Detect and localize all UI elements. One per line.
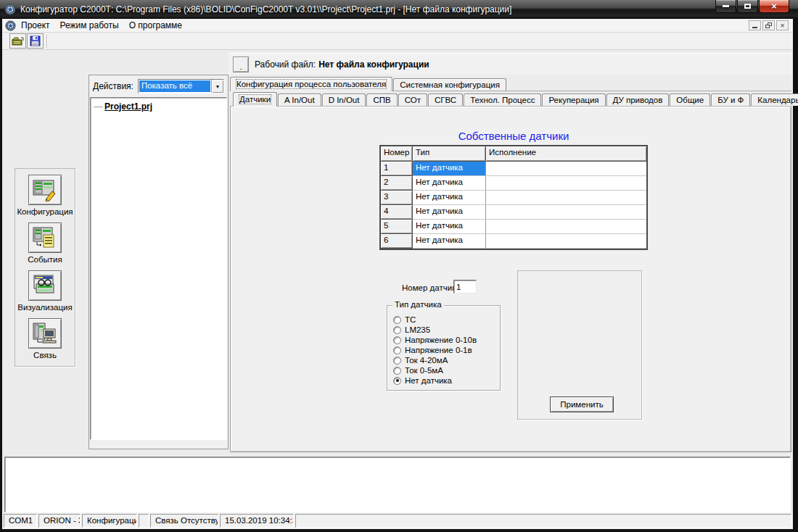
- sub-tab[interactable]: Датчики: [233, 92, 277, 107]
- sensor-type-radio[interactable]: Ток 0-5мА: [393, 365, 494, 375]
- tree-item-project[interactable]: ----Project1.prj: [94, 101, 223, 112]
- tab-area: Конфигурация процесса пользователяСистем…: [230, 77, 791, 453]
- table-row[interactable]: 4 Нет датчика: [381, 205, 646, 220]
- title-bar[interactable]: Конфигуратор С2000Т: C:\Program Files (x…: [0, 0, 798, 19]
- configuration-button[interactable]: [28, 175, 62, 205]
- mdi-close-button[interactable]: ×: [776, 20, 789, 30]
- close-button[interactable]: ×: [759, 0, 789, 13]
- radio-icon: [393, 367, 401, 375]
- row-implementation-cell[interactable]: [486, 191, 646, 205]
- sub-tab[interactable]: Рекуперация: [542, 93, 605, 106]
- radio-icon: [393, 316, 401, 324]
- sensor-type-radio[interactable]: LM235: [393, 325, 494, 335]
- table-row[interactable]: 3 Нет датчика: [381, 191, 646, 205]
- save-icon: [30, 36, 41, 46]
- radio-icon: [393, 346, 401, 354]
- mdi-restore-button[interactable]: [762, 20, 775, 30]
- status-protocol: ORION - 3: [38, 514, 81, 528]
- toolbar: [2, 33, 793, 50]
- apply-button[interactable]: Применить: [550, 396, 614, 412]
- menu-mode[interactable]: Режим работы: [55, 20, 124, 31]
- table-header-row: Номер Тип Исполнение: [381, 146, 646, 162]
- sub-tab[interactable]: Общие: [670, 93, 710, 106]
- maximize-button[interactable]: [737, 0, 758, 13]
- sub-tab[interactable]: СГВС: [428, 93, 463, 106]
- sidebar-item-visualization: Визуализация: [17, 270, 72, 312]
- mdi-window-buttons: ×: [749, 20, 790, 30]
- sensor-type-radio[interactable]: Ток 4-20мА: [393, 355, 494, 365]
- menu-about[interactable]: О программе: [124, 20, 187, 31]
- row-number-cell[interactable]: 2: [381, 176, 413, 191]
- sensor-type-radio[interactable]: Напряжение 0-1в: [393, 345, 494, 355]
- menu-bar: Проект Режим работы О программе ×: [2, 19, 793, 33]
- radio-label: ТС: [405, 315, 416, 324]
- actions-label: Действия:: [93, 81, 133, 91]
- table-row[interactable]: 6 Нет датчика: [381, 234, 646, 249]
- row-number-cell[interactable]: 6: [381, 234, 413, 249]
- table-row[interactable]: 1 Нет датчика: [381, 162, 646, 176]
- column-header-implementation: Исполнение: [486, 146, 646, 162]
- row-type-cell[interactable]: Нет датчика: [413, 205, 486, 220]
- row-number-cell[interactable]: 3: [381, 191, 413, 205]
- combo-dropdown-button[interactable]: ▼: [211, 80, 223, 93]
- top-tab[interactable]: Конфигурация процесса пользователя: [230, 77, 392, 91]
- workspace: . Рабочий файл: Нет файла конфигурации Д…: [2, 50, 793, 457]
- sensor-type-radio[interactable]: ТС: [393, 315, 494, 325]
- mdi-minimize-button[interactable]: [749, 20, 761, 30]
- column-header-number: Номер: [381, 146, 413, 162]
- row-type-cell[interactable]: Нет датчика: [413, 162, 486, 176]
- row-implementation-cell[interactable]: [486, 234, 646, 249]
- table-row[interactable]: 5 Нет датчика: [381, 220, 646, 234]
- save-button[interactable]: [27, 33, 44, 49]
- row-type-cell[interactable]: Нет датчика: [413, 234, 486, 249]
- sub-tab[interactable]: A In/Out: [278, 93, 321, 106]
- working-file-bar: . Рабочий файл: Нет файла конфигурации: [229, 53, 792, 75]
- column-header-type: Тип: [413, 146, 486, 162]
- link-button[interactable]: [28, 318, 62, 349]
- row-implementation-cell[interactable]: [486, 176, 646, 191]
- sensor-type-group-title: Тип датчика: [392, 300, 444, 309]
- tree-footer: [89, 440, 228, 449]
- sub-tab[interactable]: D In/Out: [322, 93, 366, 106]
- visualization-button[interactable]: [28, 270, 62, 301]
- project-tree[interactable]: ----Project1.prj: [90, 97, 227, 440]
- status-datetime: 15.03.2019 10:34:35: [220, 514, 294, 528]
- top-tab[interactable]: Системная конфигурация: [393, 78, 506, 91]
- sub-tab[interactable]: СОт: [398, 93, 427, 106]
- row-number-cell[interactable]: 1: [381, 162, 413, 176]
- radio-label: LM235: [405, 325, 430, 334]
- events-button[interactable]: [28, 223, 62, 253]
- actions-row: Действия: Показать всё ▼: [89, 75, 228, 97]
- row-type-cell[interactable]: Нет датчика: [413, 191, 486, 205]
- sub-tab-row: ДатчикиA In/OutD In/OutСПВСОтСГВСТехнол.…: [233, 91, 791, 106]
- actions-combobox[interactable]: Показать всё ▼: [138, 79, 224, 93]
- sensor-type-radio[interactable]: Нет датчика: [393, 375, 494, 386]
- row-number-cell[interactable]: 5: [381, 220, 413, 234]
- table-row[interactable]: 2 Нет датчика: [381, 176, 646, 191]
- project-tree-panel: Действия: Показать всё ▼ ----Project1.pr…: [89, 75, 229, 449]
- sensors-table: Номер Тип Исполнение 1 Нет датчика: [379, 145, 648, 250]
- row-type-cell[interactable]: Нет датчика: [413, 220, 486, 234]
- row-implementation-cell[interactable]: [486, 162, 646, 176]
- sensor-number-input[interactable]: [453, 280, 477, 294]
- open-project-button[interactable]: [9, 33, 26, 49]
- row-number-cell[interactable]: 4: [381, 205, 413, 220]
- menu-project[interactable]: Проект: [16, 20, 55, 31]
- row-implementation-cell[interactable]: [486, 205, 646, 220]
- row-type-cell[interactable]: Нет датчика: [413, 176, 486, 191]
- minimize-icon: [723, 5, 729, 7]
- sub-tab[interactable]: БУ и Ф: [711, 93, 750, 106]
- minimize-button[interactable]: [715, 0, 736, 13]
- sub-tab[interactable]: ДУ приводов: [606, 93, 670, 106]
- sub-tab[interactable]: Календарь: [751, 93, 798, 106]
- sensor-type-radio[interactable]: Напряжение 0-10в: [393, 335, 494, 345]
- sub-tab[interactable]: СПВ: [366, 93, 397, 106]
- log-area[interactable]: [4, 457, 791, 512]
- row-implementation-cell[interactable]: [486, 220, 646, 234]
- window-frame: Конфигуратор С2000Т: C:\Program Files (x…: [0, 0, 798, 532]
- tree-item-label[interactable]: Project1.prj: [104, 101, 152, 112]
- radio-icon: [393, 357, 401, 365]
- radio-icon: [393, 377, 401, 385]
- sub-tab[interactable]: Технол. Процесс: [464, 93, 541, 106]
- browse-file-button[interactable]: .: [233, 57, 249, 72]
